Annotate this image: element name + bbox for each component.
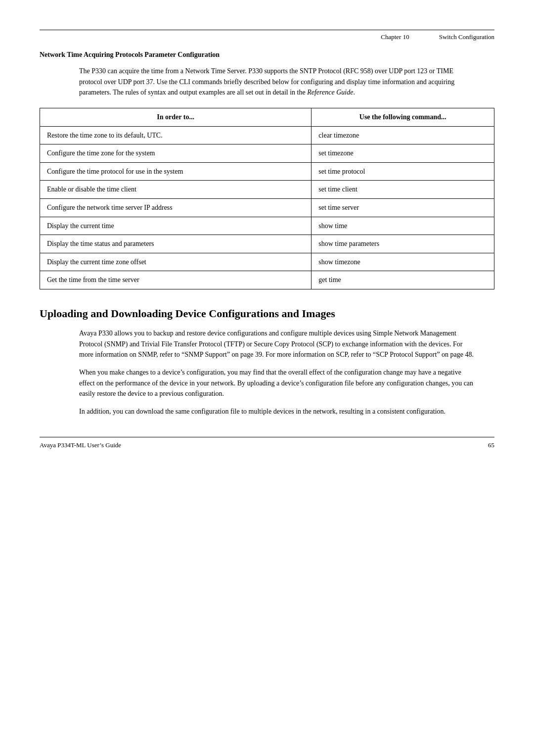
- col1-header: In order to...: [40, 108, 312, 127]
- footer-rule: [40, 437, 494, 437]
- table-cell-command: show time: [312, 217, 494, 235]
- intro-text-p1: The P330 can acquire the time from a Net…: [79, 67, 454, 96]
- table-row: Display the time status and parameterssh…: [40, 235, 494, 253]
- section-title: Network Time Acquiring Protocols Paramet…: [40, 51, 494, 59]
- table-row: Configure the time protocol for use in t…: [40, 162, 494, 181]
- header-line: Chapter 10 Switch Configuration: [40, 33, 494, 41]
- intro-paragraph: The P330 can acquire the time from a Net…: [79, 66, 475, 98]
- intro-text-em: Reference Guide: [307, 89, 353, 96]
- table-cell-action: Get the time from the time server: [40, 271, 312, 289]
- table-row: Enable or disable the time clientset tim…: [40, 181, 494, 199]
- main-paragraph-1: Avaya P330 allows you to backup and rest…: [79, 328, 475, 360]
- table-cell-command: set timezone: [312, 144, 494, 163]
- table-row: Configure the time zone for the systemse…: [40, 144, 494, 163]
- command-table: In order to... Use the following command…: [40, 108, 494, 289]
- table-cell-action: Restore the time zone to its default, UT…: [40, 126, 312, 144]
- table-cell-action: Display the time status and parameters: [40, 235, 312, 253]
- footer-line: Avaya P334T-ML User’s Guide 65: [40, 441, 494, 449]
- table-cell-action: Display the current time zone offset: [40, 253, 312, 271]
- col2-header: Use the following command...: [312, 108, 494, 127]
- table-cell-command: set time protocol: [312, 162, 494, 181]
- table-cell-command: get time: [312, 271, 494, 289]
- main-paragraph-2: When you make changes to a device’s conf…: [79, 367, 475, 399]
- footer-left: Avaya P334T-ML User’s Guide: [40, 441, 121, 449]
- table-cell-command: set time server: [312, 199, 494, 217]
- table-cell-command: show timezone: [312, 253, 494, 271]
- page: Chapter 10 Switch Configuration Network …: [0, 0, 534, 756]
- chapter-label: Chapter 10: [381, 33, 409, 41]
- table-cell-action: Configure the time protocol for use in t…: [40, 162, 312, 181]
- table-row: Restore the time zone to its default, UT…: [40, 126, 494, 144]
- table-cell-command: clear timezone: [312, 126, 494, 144]
- intro-text-end: .: [353, 89, 355, 96]
- main-paragraph-3: In addition, you can download the same c…: [79, 406, 475, 417]
- section-label: Switch Configuration: [439, 33, 494, 41]
- footer-right: 65: [488, 441, 494, 449]
- table-row: Get the time from the time serverget tim…: [40, 271, 494, 289]
- table-cell-action: Enable or disable the time client: [40, 181, 312, 199]
- table-row: Display the current timeshow time: [40, 217, 494, 235]
- table-header-row: In order to... Use the following command…: [40, 108, 494, 127]
- header-rule: [40, 30, 494, 30]
- table-cell-command: show time parameters: [312, 235, 494, 253]
- table-cell-action: Configure the network time server IP add…: [40, 199, 312, 217]
- main-section-heading: Uploading and Downloading Device Configu…: [40, 307, 494, 320]
- table-cell-command: set time client: [312, 181, 494, 199]
- table-row: Display the current time zone offsetshow…: [40, 253, 494, 271]
- table-row: Configure the network time server IP add…: [40, 199, 494, 217]
- table-cell-action: Configure the time zone for the system: [40, 144, 312, 163]
- table-cell-action: Display the current time: [40, 217, 312, 235]
